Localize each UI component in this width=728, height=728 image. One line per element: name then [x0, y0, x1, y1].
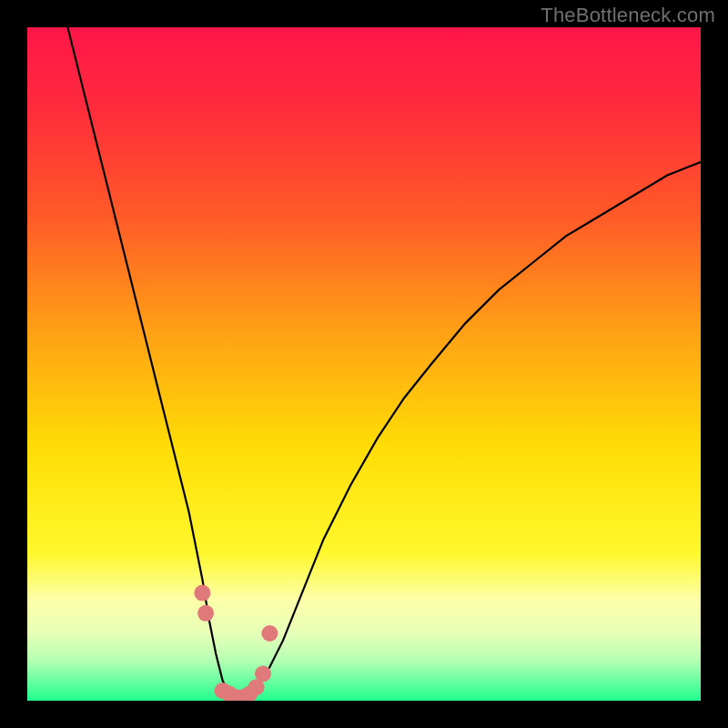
data-marker [197, 605, 214, 622]
plot-svg [27, 27, 701, 701]
data-marker [255, 665, 271, 682]
watermark-text: TheBottleneck.com [541, 4, 715, 27]
gradient-background [27, 27, 701, 701]
data-marker [261, 625, 278, 642]
chart-frame: TheBottleneck.com [0, 0, 728, 728]
data-marker [194, 585, 210, 602]
plot-area [27, 27, 701, 701]
